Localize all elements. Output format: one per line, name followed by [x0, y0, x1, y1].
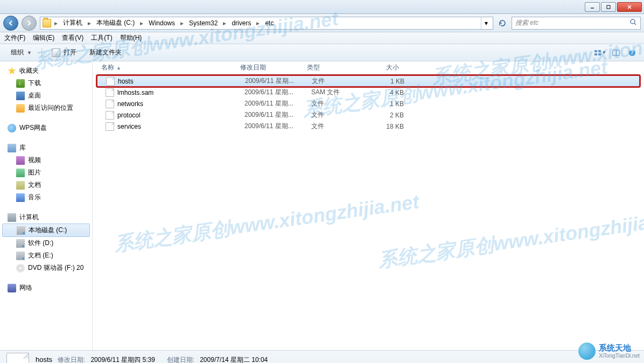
sidebar-wps[interactable]: WPS网盘 — [0, 122, 92, 134]
menu-help[interactable]: 帮助(H) — [120, 33, 142, 43]
organize-button[interactable]: 组织▼ — [5, 46, 37, 59]
brand-logo: 系统天地 XiTongTianDi.net — [578, 343, 640, 360]
music-icon — [16, 193, 25, 202]
cd-icon — [16, 264, 25, 273]
detail-filename: hosts — [36, 355, 52, 363]
sidebar-music[interactable]: 音乐 — [0, 191, 92, 204]
sidebar-downloads[interactable]: 下载 — [0, 77, 92, 89]
search-input[interactable]: 搜索 etc — [512, 17, 641, 30]
sidebar-pictures[interactable]: 图片 — [0, 166, 92, 179]
file-list: hosts2009/6/11 星期...文件1 KBlmhosts.sam200… — [93, 74, 644, 133]
file-row[interactable]: services2009/6/11 星期...文件18 KB — [97, 121, 640, 132]
download-icon — [16, 79, 25, 88]
search-placeholder: 搜索 etc — [515, 18, 538, 27]
sidebar-computer[interactable]: 计算机 — [0, 211, 92, 224]
breadcrumb[interactable]: etc — [263, 18, 276, 28]
file-row[interactable]: hosts2009/6/11 星期...文件1 KB — [97, 75, 640, 87]
column-name[interactable]: 名称▲ — [97, 61, 236, 74]
breadcrumb[interactable]: System32 — [187, 18, 220, 28]
detail-create-value: 2009/7/14 星期二 10:04 — [200, 355, 268, 363]
sidebar-documents[interactable]: 文档 — [0, 179, 92, 191]
address-bar[interactable]: ▸ 计算机▸ 本地磁盘 (C:)▸ Windows▸ System32▸ dri… — [40, 17, 493, 30]
chevron-right-icon: ▸ — [53, 19, 59, 27]
sidebar-desktop[interactable]: 桌面 — [0, 89, 92, 102]
new-folder-button[interactable]: 新建文件夹 — [84, 46, 127, 59]
svg-rect-10 — [613, 50, 619, 55]
library-icon — [8, 144, 16, 152]
breadcrumb[interactable]: 本地磁盘 (C:) — [94, 17, 137, 29]
file-size: 4 KB — [369, 89, 408, 96]
maximize-button[interactable] — [601, 2, 616, 12]
file-type: 文件 — [307, 122, 369, 131]
column-date[interactable]: 修改日期 — [236, 61, 303, 74]
navbar: ▸ 计算机▸ 本地磁盘 (C:)▸ Windows▸ System32▸ dri… — [0, 14, 644, 32]
file-date: 2009/6/11 星期... — [240, 99, 307, 108]
column-type[interactable]: 类型 — [303, 61, 365, 74]
toolbar: 组织▼ 打开 新建文件夹 ▼ ? — [0, 44, 644, 61]
sidebar-videos[interactable]: 视频 — [0, 154, 92, 166]
file-size: 18 KB — [369, 123, 408, 130]
open-icon — [52, 48, 60, 57]
svg-rect-9 — [598, 53, 601, 55]
file-name: networks — [117, 100, 143, 108]
file-name: hosts — [118, 78, 134, 85]
detail-mod-value: 2009/6/11 星期四 5:39 — [90, 355, 155, 363]
computer-icon — [8, 213, 16, 222]
view-mode-button[interactable]: ▼ — [593, 46, 606, 59]
file-date: 2009/6/11 星期... — [240, 122, 307, 131]
sidebar-drive-d[interactable]: 软件 (D:) — [0, 237, 92, 249]
file-pane: 名称▲ 修改日期 类型 大小 hosts2009/6/11 星期...文件1 K… — [93, 61, 644, 350]
drive-icon — [16, 239, 25, 248]
sidebar-drive-c[interactable]: 本地磁盘 (C:) — [2, 224, 90, 237]
file-icon — [106, 100, 114, 108]
file-row[interactable]: lmhosts.sam2009/6/11 星期...SAM 文件4 KB — [97, 87, 640, 98]
menu-view[interactable]: 查看(V) — [62, 33, 83, 43]
file-row[interactable]: protocol2009/6/11 星期...文件2 KB — [97, 109, 640, 121]
sidebar-drive-f[interactable]: DVD 驱动器 (F:) 20 — [0, 262, 92, 274]
drive-icon — [16, 252, 25, 260]
minimize-button[interactable] — [585, 2, 600, 12]
sort-arrow-icon: ▲ — [116, 65, 121, 71]
sidebar-recent[interactable]: 最近访问的位置 — [0, 102, 92, 114]
close-button[interactable] — [617, 2, 642, 12]
back-button[interactable] — [3, 16, 18, 31]
column-headers: 名称▲ 修改日期 类型 大小 — [93, 61, 644, 74]
svg-rect-6 — [594, 50, 597, 52]
file-icon — [106, 122, 114, 131]
address-dropdown[interactable]: ▾ — [481, 17, 491, 29]
breadcrumb[interactable]: Windows — [146, 18, 177, 28]
star-icon — [8, 67, 16, 75]
chevron-right-icon: ▸ — [87, 19, 92, 27]
sidebar-network[interactable]: 网络 — [0, 282, 92, 294]
file-icon — [106, 77, 115, 86]
separator — [41, 48, 42, 58]
file-icon — [106, 111, 114, 120]
breadcrumb[interactable]: drivers — [229, 18, 253, 28]
file-icon — [106, 88, 114, 97]
drive-icon — [17, 226, 25, 235]
chevron-right-icon: ▸ — [222, 19, 227, 27]
svg-point-4 — [631, 19, 635, 24]
open-button[interactable]: 打开 — [46, 46, 82, 59]
sidebar-drive-e[interactable]: 文档 (E:) — [0, 249, 92, 262]
svg-text:?: ? — [630, 48, 634, 56]
menu-tools[interactable]: 工具(T) — [91, 33, 112, 43]
column-size[interactable]: 大小 — [365, 61, 404, 74]
sidebar-libraries[interactable]: 库 — [0, 142, 92, 154]
file-row[interactable]: networks2009/6/11 星期...文件1 KB — [97, 98, 640, 109]
menu-file[interactable]: 文件(F) — [4, 33, 25, 43]
file-name: protocol — [117, 111, 141, 119]
video-icon — [16, 156, 25, 165]
help-button[interactable]: ? — [626, 46, 639, 59]
forward-button[interactable] — [22, 16, 37, 31]
refresh-button[interactable] — [496, 17, 508, 29]
sidebar-favorites[interactable]: 收藏夹 — [0, 65, 92, 77]
menu-edit[interactable]: 编辑(E) — [33, 33, 54, 43]
document-icon — [16, 181, 25, 190]
file-large-icon — [6, 353, 29, 364]
content-area: 收藏夹 下载 桌面 最近访问的位置 WPS网盘 库 视频 图片 文档 音乐 计算… — [0, 61, 644, 350]
breadcrumb[interactable]: 计算机 — [61, 17, 85, 29]
chevron-right-icon: ▸ — [139, 19, 144, 27]
chevron-right-icon: ▸ — [255, 19, 261, 27]
preview-pane-button[interactable] — [610, 46, 622, 59]
